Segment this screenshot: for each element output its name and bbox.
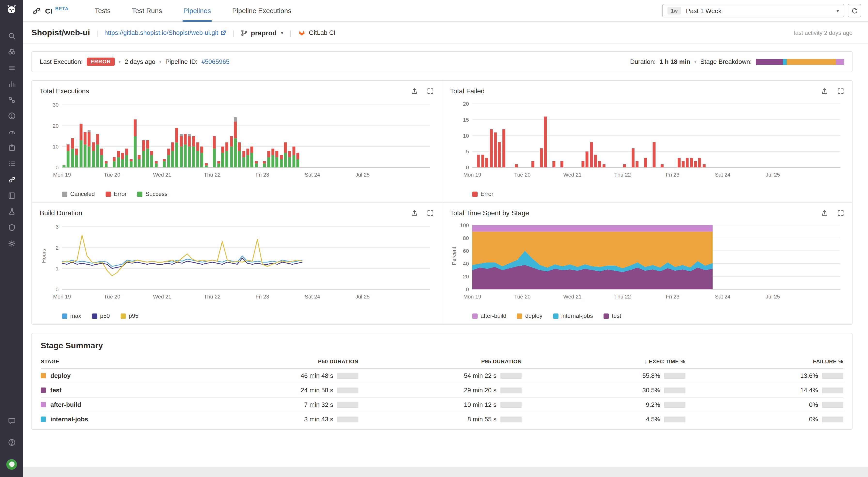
table-row-internal-jobs[interactable]: internal-jobs3 min 43 s8 min 55 s4.5%0%: [41, 412, 843, 426]
panel-stage-time: Total Time Spent by Stage 020406080100Mo…: [442, 202, 852, 324]
panel-total-failed: Total Failed 05101520Mon 19Tue 20Wed 21T…: [442, 81, 852, 202]
legend-item-internal-jobs[interactable]: internal-jobs: [553, 312, 593, 319]
beta-badge: BETA: [55, 6, 68, 11]
svg-text:40: 40: [463, 261, 469, 267]
export-icon[interactable]: [821, 87, 828, 95]
user-avatar[interactable]: [0, 456, 23, 472]
svg-text:Jul 25: Jul 25: [766, 294, 780, 300]
branch-selector[interactable]: preprod ▾: [241, 29, 283, 37]
gitlab-icon: [298, 29, 305, 36]
legend-item-test[interactable]: test: [603, 312, 621, 319]
column-header-stage[interactable]: STAGE: [41, 359, 186, 364]
legend-item-canceled[interactable]: Canceled: [62, 191, 95, 197]
legend-item-deploy[interactable]: deploy: [517, 312, 542, 319]
tab-tests[interactable]: Tests: [95, 0, 111, 22]
svg-text:60: 60: [463, 248, 469, 254]
table-header: STAGEP50 DURATIONP95 DURATION↓ EXEC TIME…: [41, 356, 843, 369]
legend-item-error[interactable]: Error: [105, 191, 126, 197]
expand-icon[interactable]: [427, 209, 434, 216]
table-row-after-build[interactable]: after-build7 min 32 s10 min 12 s9.2%0%: [41, 398, 843, 412]
expand-icon[interactable]: [837, 209, 844, 216]
svg-text:Percent: Percent: [451, 247, 457, 265]
svg-text:20: 20: [463, 101, 469, 107]
notebooks-icon[interactable]: [0, 188, 23, 204]
svg-text:Jul 25: Jul 25: [355, 294, 370, 300]
pipeline-id-link[interactable]: #5065965: [202, 58, 229, 65]
exec-value: 30.5%: [522, 386, 685, 394]
svg-text:Fri 23: Fri 23: [666, 294, 679, 300]
svg-text:Tue 20: Tue 20: [514, 172, 531, 178]
legend-item-error[interactable]: Error: [472, 191, 493, 197]
column-header-p95[interactable]: P95 DURATION: [359, 359, 522, 364]
experiments-icon[interactable]: [0, 204, 23, 219]
table-row-deploy[interactable]: deploy46 min 48 s54 min 22 s55.8%13.6%: [41, 369, 843, 383]
expand-icon[interactable]: [837, 87, 844, 95]
tab-pipeline-executions[interactable]: Pipeline Executions: [232, 0, 291, 22]
svg-text:1: 1: [56, 266, 59, 272]
chevron-down-icon: ▾: [281, 30, 283, 35]
export-icon[interactable]: [821, 209, 828, 216]
column-header-exec[interactable]: ↓ EXEC TIME %: [522, 359, 685, 364]
export-icon[interactable]: [411, 209, 418, 216]
tab-test-runs[interactable]: Test Runs: [132, 0, 162, 22]
table-row-test[interactable]: test24 min 58 s29 min 20 s30.5%14.4%: [41, 383, 843, 398]
apm-icon[interactable]: [0, 92, 23, 108]
export-icon[interactable]: [411, 87, 418, 95]
legend-item-max[interactable]: max: [62, 312, 81, 319]
settings-icon[interactable]: [0, 236, 23, 251]
breakdown-segment-after-build: [836, 59, 844, 65]
svg-text:10: 10: [53, 144, 59, 150]
execution-time: 2 days ago: [124, 58, 155, 65]
repo-link[interactable]: https://gitlab.shopist.io/Shopist/web-ui…: [104, 29, 226, 36]
tab-pipelines[interactable]: Pipelines: [183, 0, 211, 22]
failure-value: 14.4%: [685, 386, 843, 394]
legend-item-p50[interactable]: p50: [92, 312, 110, 319]
expand-icon[interactable]: [427, 87, 434, 95]
svg-text:Thu 22: Thu 22: [204, 172, 221, 178]
repo-url: https://gitlab.shopist.io/Shopist/web-ui…: [104, 29, 218, 36]
column-header-failure[interactable]: FAILURE %: [685, 359, 843, 364]
p95-value: 29 min 20 s: [359, 386, 522, 394]
product-name: CI: [45, 6, 52, 15]
chart-legend: CanceledErrorSuccess: [62, 190, 434, 198]
svg-text:20: 20: [463, 274, 469, 280]
svg-text:5: 5: [466, 148, 469, 155]
stage-time-chart: 020406080100Mon 19Tue 20Wed 21Thu 22Fri …: [450, 218, 844, 310]
synthetics-icon[interactable]: [0, 124, 23, 140]
security-icon[interactable]: [0, 219, 23, 236]
logs-icon[interactable]: [0, 156, 23, 172]
datadog-logo[interactable]: [5, 4, 18, 18]
exec-value: 9.2%: [522, 401, 685, 408]
infrastructure-icon[interactable]: [0, 44, 23, 60]
monitors-icon[interactable]: [0, 108, 23, 124]
svg-text:10: 10: [463, 133, 469, 139]
chart-title: Total Failed: [450, 87, 485, 95]
svg-text:Wed 21: Wed 21: [563, 294, 582, 300]
provider-label: GitLab CI: [309, 29, 335, 36]
svg-text:15: 15: [463, 117, 469, 123]
legend-item-after-build[interactable]: after-build: [472, 312, 506, 319]
main-area: CI BETA TestsTest RunsPipelinesPipeline …: [23, 0, 868, 477]
chat-icon[interactable]: [0, 413, 23, 429]
svg-text:Fri 23: Fri 23: [255, 172, 269, 178]
dot-separator: •: [694, 58, 696, 65]
integrations-icon[interactable]: [0, 140, 23, 156]
svg-text:0: 0: [466, 286, 469, 293]
p50-value: 24 min 58 s: [186, 386, 359, 394]
legend-item-success[interactable]: Success: [137, 191, 167, 197]
help-icon[interactable]: [0, 435, 23, 450]
chart-legend: maxp50p95: [62, 312, 434, 320]
stage-name: deploy: [41, 372, 186, 379]
svg-text:Jul 25: Jul 25: [766, 172, 780, 178]
ci-icon[interactable]: [0, 172, 23, 188]
external-link-icon: [221, 30, 226, 36]
refresh-button[interactable]: [848, 4, 861, 18]
events-icon[interactable]: [0, 60, 23, 76]
dashboards-icon[interactable]: [0, 76, 23, 92]
exec-value: 4.5%: [522, 415, 685, 423]
search-icon[interactable]: [0, 28, 23, 44]
dot-separator: •: [118, 58, 121, 65]
time-range-selector[interactable]: 1w Past 1 Week ▾: [662, 4, 844, 18]
legend-item-p95[interactable]: p95: [120, 312, 138, 319]
column-header-p50[interactable]: P50 DURATION: [186, 359, 359, 364]
